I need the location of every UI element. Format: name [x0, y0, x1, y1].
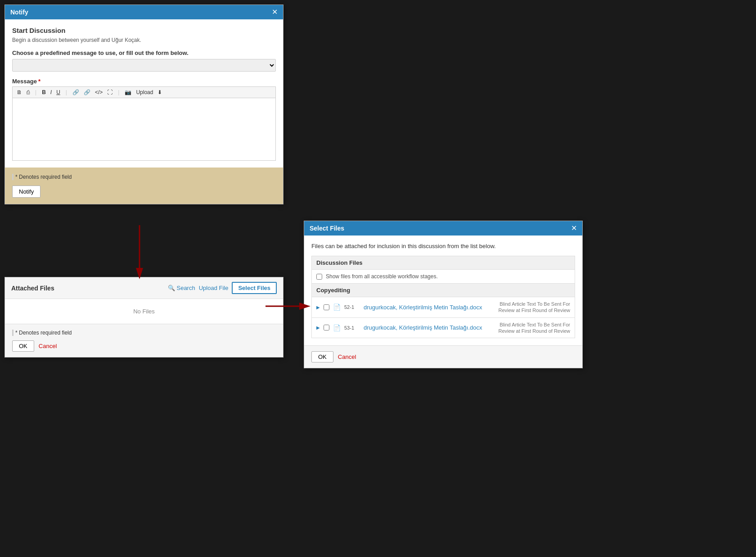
sf-show-files-checkbox[interactable] — [316, 274, 322, 280]
sf-file-2-number: 53-1 — [344, 325, 360, 331]
toolbar-code-icon[interactable]: </> — [94, 89, 104, 96]
attached-files-header: Attached Files 🔍 Search Upload File Sele… — [5, 277, 283, 299]
expand-row-1-icon[interactable]: ▶ — [316, 305, 320, 310]
toolbar-link-icon[interactable]: 🔗 — [71, 89, 81, 96]
arrow-right-svg — [266, 302, 310, 311]
notify-modal: Notify ✕ Start Discussion Begin a discus… — [4, 5, 284, 204]
search-icon: 🔍 — [168, 285, 175, 291]
sf-show-files-label: Show files from all accessible workflow … — [326, 273, 438, 280]
sf-copyediting-header: Copyediting — [311, 283, 575, 297]
no-files-area: No Files — [5, 299, 283, 324]
toolbar-download-icon[interactable]: ⬇ — [156, 89, 163, 96]
notify-modal-close-button[interactable]: ✕ — [272, 9, 278, 16]
sf-file-1-number: 52-1 — [344, 304, 360, 310]
toolbar-copy-icon[interactable]: ⎙ — [25, 89, 31, 96]
no-files-text: No Files — [5, 299, 283, 324]
sf-ok-button[interactable]: OK — [311, 351, 333, 362]
table-row: ▶ 📄 53-1 drugurkocak, Körleştirilmiş Met… — [311, 318, 575, 339]
sf-file-2-link[interactable]: drugurkocak, Körleştirilmiş Metin Taslağ… — [364, 324, 486, 331]
arrow-down-svg — [135, 225, 144, 279]
predefined-message-select[interactable] — [12, 59, 276, 72]
toolbar-bold-button[interactable]: B — [40, 89, 47, 96]
notify-required-note: * Denotes required field — [12, 174, 276, 180]
upload-file-link[interactable]: Upload File — [199, 285, 229, 291]
attached-files-panel: Attached Files 🔍 Search Upload File Sele… — [4, 277, 284, 358]
expand-row-2-icon[interactable]: ▶ — [316, 325, 320, 330]
af-ok-button[interactable]: OK — [12, 340, 34, 352]
attached-files-footer: * Denotes required field OK Cancel — [5, 324, 283, 357]
toolbar-image-icon[interactable]: 📷 — [123, 89, 133, 96]
notify-modal-body: Start Discussion Begin a discussion betw… — [5, 19, 283, 162]
select-files-modal-header: Select Files ✕ — [304, 221, 582, 235]
svg-marker-1 — [136, 268, 143, 279]
select-files-modal-title: Select Files — [310, 225, 344, 232]
af-cancel-button[interactable]: Cancel — [39, 343, 57, 349]
message-label: Message * — [12, 78, 276, 85]
sf-file-1-link[interactable]: drugurkocak, Körleştirilmiş Metin Taslağ… — [364, 304, 486, 311]
sf-file-1-checkbox[interactable] — [324, 304, 329, 310]
notify-button[interactable]: Notify — [12, 186, 40, 198]
sf-show-files-row: Show files from all accessible workflow … — [311, 269, 575, 283]
select-files-modal-close-button[interactable]: ✕ — [571, 225, 577, 232]
editor-toolbar: 🗎 ⎙ | B I U | 🔗 🔗 </> ⛶ | 📷 Upload ⬇ — [12, 86, 276, 98]
sf-file-2-desc: Blind Article Text To Be Sent For Review… — [489, 322, 570, 335]
message-textarea[interactable] — [12, 98, 276, 161]
select-files-modal-footer: OK Cancel — [304, 345, 582, 368]
file-2-icon: 📄 — [333, 324, 341, 331]
search-files-link[interactable]: 🔍 Search — [168, 285, 195, 291]
toolbar-underline-button[interactable]: U — [55, 89, 62, 96]
toolbar-upload-button[interactable]: Upload — [135, 89, 154, 96]
select-files-modal-body: Files can be attached for inclusion in t… — [304, 235, 582, 345]
sf-discussion-files-header: Discussion Files — [311, 256, 575, 269]
toolbar-expand-icon[interactable]: ⛶ — [106, 89, 114, 96]
select-files-button[interactable]: Select Files — [232, 282, 277, 294]
notify-modal-footer: * Denotes required field Notify — [5, 168, 283, 204]
af-required-note: * Denotes required field — [12, 330, 276, 336]
message-required-star: * — [38, 78, 40, 85]
sf-file-2-checkbox[interactable] — [324, 325, 329, 331]
svg-marker-3 — [299, 303, 310, 310]
notify-modal-header: Notify ✕ — [5, 5, 283, 19]
notify-modal-title: Notify — [10, 9, 28, 16]
af-footer-actions: OK Cancel — [12, 340, 276, 352]
select-files-modal: Select Files ✕ Files can be attached for… — [304, 221, 583, 368]
start-discussion-subtitle: Begin a discussion between yourself and … — [12, 37, 276, 43]
sf-file-1-desc: Blind Article Text To Be Sent For Review… — [489, 301, 570, 314]
toolbar-unlink-icon[interactable]: 🔗 — [82, 89, 92, 96]
predefined-label: Choose a predefined message to use, or f… — [12, 50, 276, 56]
toolbar-doc-icon[interactable]: 🗎 — [15, 89, 23, 96]
attached-files-title: Attached Files — [11, 285, 54, 292]
toolbar-italic-button[interactable]: I — [49, 89, 53, 96]
sf-description: Files can be attached for inclusion in t… — [311, 243, 575, 249]
attached-files-actions: 🔍 Search Upload File Select Files — [168, 282, 277, 294]
file-1-icon: 📄 — [333, 303, 341, 311]
table-row: ▶ 📄 52-1 drugurkocak, Körleştirilmiş Met… — [311, 297, 575, 318]
sf-cancel-button[interactable]: Cancel — [338, 353, 356, 360]
start-discussion-heading: Start Discussion — [12, 27, 276, 34]
